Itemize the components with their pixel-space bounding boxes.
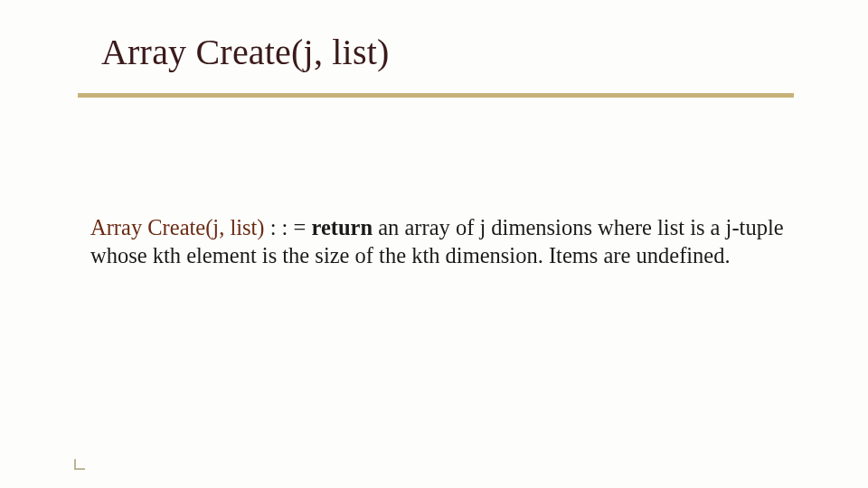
- definition-paragraph: Array Create(j, list) : : = return an ar…: [90, 213, 787, 270]
- title-underline: [78, 93, 794, 98]
- corner-decoration-icon: [74, 459, 85, 470]
- title-region: Array Create(j, list): [101, 31, 788, 73]
- return-keyword: return: [311, 215, 373, 239]
- slide-body: Array Create(j, list) : : = return an ar…: [90, 213, 787, 270]
- slide-title: Array Create(j, list): [101, 31, 788, 73]
- slide: Array Create(j, list) Array Create(j, li…: [0, 0, 868, 488]
- def-operator: : : =: [265, 215, 312, 239]
- function-name: Array Create(j, list): [90, 215, 265, 239]
